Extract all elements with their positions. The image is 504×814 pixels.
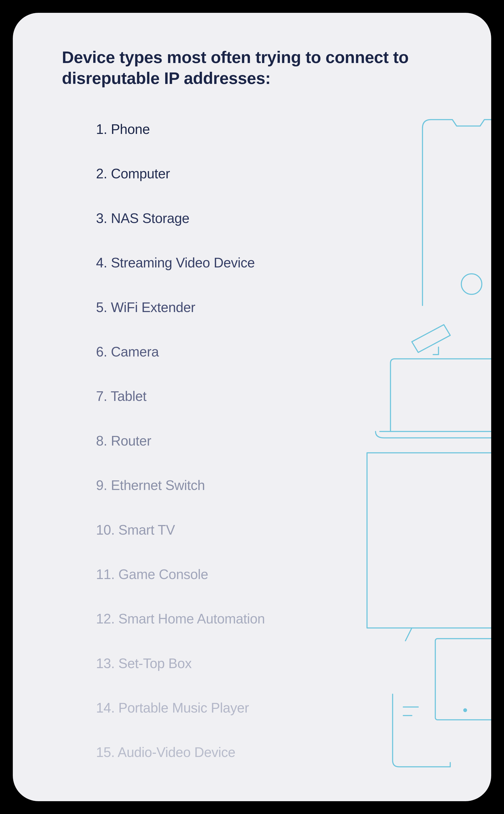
list-item: 10. Smart TV bbox=[96, 522, 265, 537]
list-item: 12. Smart Home Automation bbox=[96, 611, 265, 626]
list-item: 3. NAS Storage bbox=[96, 211, 265, 226]
svg-rect-1 bbox=[367, 453, 491, 628]
list-item: 13. Set-Top Box bbox=[96, 656, 265, 671]
svg-rect-2 bbox=[435, 639, 491, 720]
svg-point-0 bbox=[461, 274, 482, 294]
list-item: 4. Streaming Video Device bbox=[96, 255, 265, 270]
list-item: 1. Phone bbox=[96, 122, 265, 137]
list-item: 11. Game Console bbox=[96, 567, 265, 582]
svg-point-3 bbox=[463, 708, 467, 712]
list-item: 8. Router bbox=[96, 433, 265, 448]
device-type-list: 1. Phone 2. Computer 3. NAS Storage 4. S… bbox=[96, 122, 265, 789]
card-title: Device types most often trying to connec… bbox=[62, 47, 425, 89]
list-item: 6. Camera bbox=[96, 344, 265, 359]
info-card: Device types most often trying to connec… bbox=[13, 13, 491, 801]
list-item: 2. Computer bbox=[96, 166, 265, 181]
list-item: 5. WiFi Extender bbox=[96, 300, 265, 315]
list-item: 14. Portable Music Player bbox=[96, 700, 265, 715]
list-item: 15. Audio-Video Device bbox=[96, 745, 265, 760]
list-item: 9. Ethernet Switch bbox=[96, 478, 265, 493]
list-item: 7. Tablet bbox=[96, 389, 265, 404]
